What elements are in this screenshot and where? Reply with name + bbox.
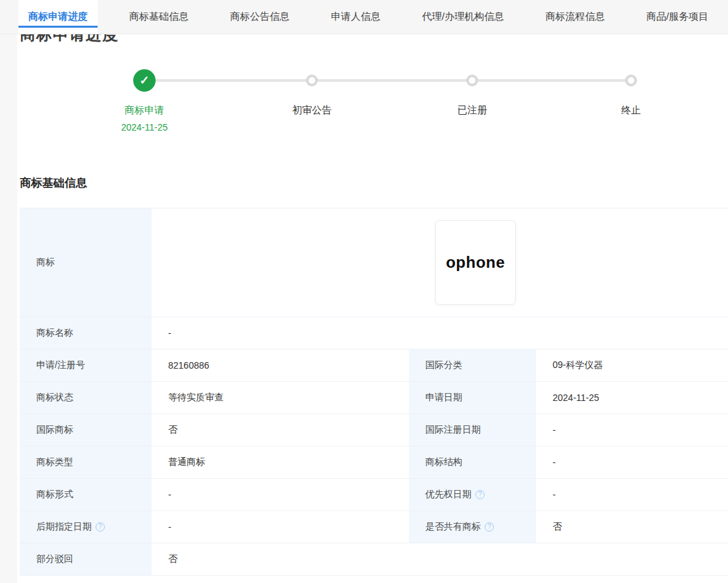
row-label: 商标类型 <box>20 446 152 479</box>
step-pending-circle <box>306 75 318 86</box>
row-label-2: 商标结构 <box>409 446 536 479</box>
tab-agency-info[interactable]: 代理/办理机构信息 <box>412 0 514 34</box>
tab-label: 代理/办理机构信息 <box>422 11 504 23</box>
row-value-2: 2024-11-25 <box>536 382 728 414</box>
row-label-2: 申请日期 <box>409 382 536 414</box>
check-icon: ✓ <box>139 73 149 88</box>
step-label-preliminary-announcement: 初审公告 <box>246 104 378 117</box>
tab-goods-services[interactable]: 商品/服务项目 <box>636 0 718 34</box>
table-row-registration-number: 申请/注册号 82160886 国际分类 09-科学仪器 <box>20 350 728 382</box>
tab-label: 申请人信息 <box>331 11 380 23</box>
tab-applicant-info[interactable]: 申请人信息 <box>321 0 390 34</box>
left-gutter <box>0 34 17 583</box>
tab-bar: 商标申请进度 商标基础信息 商标公告信息 申请人信息 代理/办理机构信息 商标流… <box>0 0 728 34</box>
step-label-registered: 已注册 <box>406 104 538 117</box>
row-value: 普通商标 <box>152 446 409 479</box>
tab-basic-info[interactable]: 商标基础信息 <box>119 0 198 34</box>
trademark-image-text: ophone <box>446 253 505 272</box>
trademark-image[interactable]: ophone <box>435 220 516 305</box>
step-pending-circle <box>466 75 478 86</box>
basic-info-table: 商标 ophone 商标名称 - 申请/注册号 82160886 国际分类 09… <box>20 208 728 576</box>
row-label: 后期指定日期 ? <box>20 511 152 543</box>
row-value-2: - <box>536 479 728 511</box>
row-label: 商标 <box>20 208 152 317</box>
trademark-image-cell: ophone <box>152 208 728 317</box>
row-value: 否 <box>152 543 728 576</box>
table-row-trademark: 商标 ophone <box>20 208 728 317</box>
row-value: - <box>152 317 728 350</box>
table-row-partial-rejection: 部分驳回 否 <box>20 543 728 576</box>
step-label-application: 商标申请 <box>78 104 210 117</box>
section-title-basic-info: 商标基础信息 <box>20 175 87 191</box>
tab-label: 商标基础信息 <box>129 11 189 23</box>
row-label-2: 国际注册日期 <box>409 414 536 446</box>
help-icon[interactable]: ? <box>96 522 105 532</box>
step-done-circle: ✓ <box>133 69 156 92</box>
row-label: 国际商标 <box>20 414 152 446</box>
row-label-2: 国际分类 <box>409 350 536 382</box>
help-icon[interactable]: ? <box>475 490 485 499</box>
tab-label: 商标流程信息 <box>545 11 605 23</box>
row-label: 商标形式 <box>20 479 152 511</box>
row-value: 等待实质审查 <box>152 382 409 414</box>
row-value-2: 09-科学仪器 <box>536 350 728 382</box>
table-row-trademark-status: 商标状态 等待实质审查 申请日期 2024-11-25 <box>20 382 728 414</box>
row-label-2-text: 优先权日期 <box>425 489 471 501</box>
row-label-text: 后期指定日期 <box>36 521 92 533</box>
row-label: 商标状态 <box>20 382 152 414</box>
row-label: 申请/注册号 <box>20 350 152 382</box>
row-label-2: 优先权日期 ? <box>409 479 536 511</box>
basic-info-table-clip: 商标 ophone 商标名称 - 申请/注册号 82160886 国际分类 09… <box>20 208 728 576</box>
stepper-connector-line <box>144 79 631 82</box>
row-value: 82160886 <box>152 350 409 382</box>
help-icon[interactable]: ? <box>485 522 494 532</box>
table-row-later-designation-date: 后期指定日期 ? - 是否共有商标 ? 否 <box>20 511 728 543</box>
row-value-2: 否 <box>536 511 728 543</box>
row-label-2: 是否共有商标 ? <box>409 511 536 543</box>
row-label-2-text: 是否共有商标 <box>425 521 481 533</box>
tab-label: 商标申请进度 <box>28 11 88 23</box>
row-value-2: - <box>536 446 728 479</box>
tab-announcement-info[interactable]: 商标公告信息 <box>220 0 299 34</box>
tab-process-info[interactable]: 商标流程信息 <box>535 0 615 34</box>
step-label-terminated: 终止 <box>565 104 697 117</box>
row-value: 否 <box>152 414 409 446</box>
step-pending-circle <box>625 75 637 86</box>
active-tab-underline <box>18 26 98 28</box>
step-date-application: 2024-11-25 <box>78 122 210 133</box>
row-label: 商标名称 <box>20 317 152 350</box>
row-label: 部分驳回 <box>20 543 152 576</box>
table-row-trademark-name: 商标名称 - <box>20 317 728 350</box>
table-row-trademark-type: 商标类型 普通商标 商标结构 - <box>20 446 728 479</box>
tab-label: 商品/服务项目 <box>646 11 708 23</box>
table-row-trademark-form: 商标形式 - 优先权日期 ? - <box>20 479 728 511</box>
tab-application-progress[interactable]: 商标申请进度 <box>18 0 98 34</box>
row-value: - <box>152 511 409 543</box>
row-value: - <box>152 479 409 511</box>
tab-label: 商标公告信息 <box>230 11 289 23</box>
row-value-2: - <box>536 414 728 446</box>
table-row-international-trademark: 国际商标 否 国际注册日期 - <box>20 414 728 446</box>
